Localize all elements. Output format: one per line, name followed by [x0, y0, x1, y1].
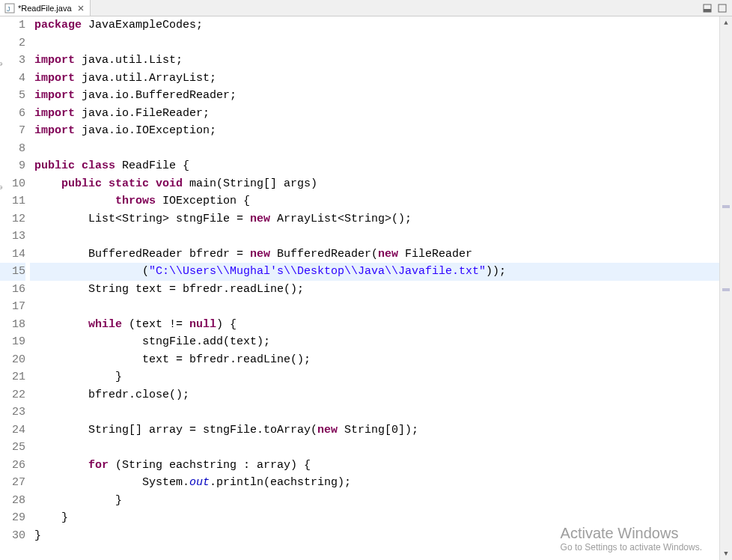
line-number: 23 [0, 404, 25, 421]
code-line[interactable]: while (text != null) { [30, 316, 732, 334]
scrollbar-marker [722, 205, 730, 208]
line-number: 27 [0, 474, 25, 492]
close-icon[interactable] [76, 4, 85, 13]
code-line[interactable]: stngFile.add(text); [30, 333, 732, 351]
line-number: 26 [0, 457, 25, 475]
code-line[interactable]: String text = bfredr.readLine(); [30, 281, 732, 299]
tab-title: *ReadFile.java [18, 4, 72, 13]
code-line[interactable]: package JavaExampleCodes; [30, 16, 732, 34]
line-number: 1 [0, 16, 25, 34]
svg-rect-3 [704, 9, 711, 12]
editor: 123⊖45678910⊖111213141516171819202122232… [0, 16, 732, 560]
line-number: 3⊖ [0, 52, 25, 70]
scroll-up-arrow-icon[interactable]: ▲ [720, 16, 732, 29]
maximize-icon[interactable] [717, 3, 728, 13]
code-line[interactable]: ("C:\\Users\\Mughal's\\Desktop\\Java\\Ja… [30, 263, 732, 281]
code-line[interactable]: import java.util.List; [30, 52, 732, 70]
code-line[interactable]: import java.util.ArrayList; [30, 70, 732, 88]
scrollbar-marker [722, 288, 730, 291]
code-line[interactable]: System.out.println(eachstring); [30, 474, 732, 492]
line-number: 25 [0, 439, 25, 457]
line-number: 20 [0, 351, 25, 369]
code-line[interactable] [30, 228, 732, 246]
line-number: 16 [0, 281, 25, 299]
line-number: 18 [0, 316, 25, 334]
code-line[interactable]: } [30, 509, 732, 527]
line-number: 19 [0, 333, 25, 351]
line-number: 30 [0, 527, 25, 545]
line-number: 6 [0, 105, 25, 123]
window-controls [702, 0, 728, 16]
scrollbar-track[interactable] [720, 29, 732, 547]
line-number: 22 [0, 386, 25, 404]
line-number: 13 [0, 228, 25, 246]
line-number: 21 [0, 368, 25, 386]
code-line[interactable]: import java.io.IOException; [30, 122, 732, 140]
line-number: 14 [0, 246, 25, 264]
line-number: 10⊖ [0, 175, 25, 193]
code-line[interactable]: } [30, 527, 732, 545]
code-line[interactable]: } [30, 492, 732, 510]
line-number: 7 [0, 122, 25, 140]
code-line[interactable] [30, 298, 732, 316]
code-line[interactable]: public class ReadFile { [30, 157, 732, 175]
svg-text:J: J [7, 5, 10, 13]
java-file-icon: J [4, 3, 15, 13]
vertical-scrollbar[interactable]: ▲ ▼ [719, 16, 732, 560]
code-line[interactable]: } [30, 368, 732, 386]
code-line[interactable]: bfredr.close(); [30, 386, 732, 404]
code-line[interactable] [30, 404, 732, 421]
line-number: 15 [0, 263, 25, 281]
code-line[interactable]: public static void main(String[] args) [30, 175, 732, 193]
code-line[interactable] [30, 34, 732, 52]
code-line[interactable]: List<String> stngFile = new ArrayList<St… [30, 210, 732, 228]
code-line[interactable]: String[] array = stngFile.toArray(new St… [30, 421, 732, 439]
minimize-icon[interactable] [702, 3, 713, 13]
line-number: 8 [0, 140, 25, 158]
line-number-gutter: 123⊖45678910⊖111213141516171819202122232… [0, 16, 30, 560]
code-line[interactable]: import java.io.BufferedReader; [30, 87, 732, 105]
line-number: 4 [0, 70, 25, 88]
code-line[interactable]: BufferedReader bfredr = new BufferedRead… [30, 246, 732, 264]
scroll-down-arrow-icon[interactable]: ▼ [720, 547, 732, 560]
code-line[interactable]: text = bfredr.readLine(); [30, 351, 732, 369]
svg-rect-4 [719, 4, 726, 12]
line-number: 12 [0, 210, 25, 228]
code-line[interactable] [30, 439, 732, 457]
tab-bar: J *ReadFile.java [0, 0, 732, 16]
code-area[interactable]: package JavaExampleCodes;import java.uti… [30, 16, 732, 560]
code-line[interactable]: for (String eachstring : array) { [30, 457, 732, 475]
tab-readfile[interactable]: J *ReadFile.java [0, 0, 91, 16]
code-line[interactable]: throws IOException { [30, 192, 732, 210]
code-line[interactable]: import java.io.FileReader; [30, 105, 732, 123]
line-number: 5 [0, 87, 25, 105]
line-number: 28 [0, 492, 25, 510]
line-number: 17 [0, 298, 25, 316]
line-number: 2 [0, 34, 25, 52]
line-number: 9 [0, 157, 25, 175]
line-number: 11 [0, 192, 25, 210]
code-line[interactable] [30, 140, 732, 158]
line-number: 29 [0, 509, 25, 527]
line-number: 24 [0, 421, 25, 439]
